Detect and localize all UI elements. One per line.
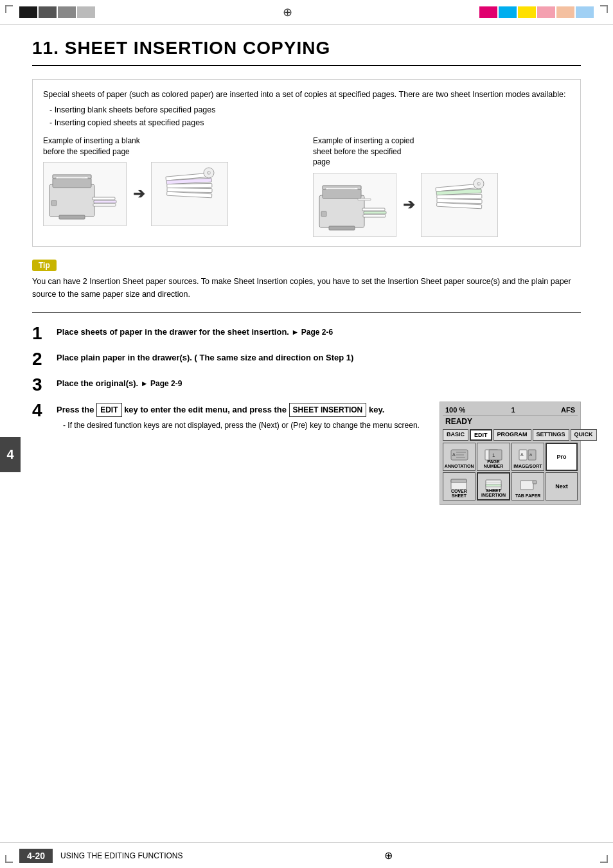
svg-rect-28 (321, 211, 326, 217)
svg-text:©: © (207, 170, 211, 176)
svg-text:1: 1 (492, 452, 495, 458)
step-1-row: 1 Place sheets of paper in the drawer fo… (32, 324, 581, 342)
ui-btn-next[interactable]: Next (546, 472, 578, 500)
color-swatch-cyan (499, 6, 517, 18)
svg-rect-20 (362, 208, 385, 211)
svg-rect-21 (364, 211, 386, 214)
compass-symbol-bottom: ⊕ (384, 849, 393, 862)
step-2-number: 2 (32, 350, 51, 368)
step-3-row: 3 Place the original(s). ► Page 2-9 (32, 376, 581, 394)
svg-rect-3 (94, 200, 116, 203)
example2-label: Example of inserting a copied sheet befo… (313, 136, 416, 168)
svg-rect-1 (53, 178, 91, 188)
step-4-ui-screenshot: 100 % 1 AFS READY BASIC EDIT PROGRAM SET… (440, 402, 581, 505)
ui-menu-basic[interactable]: BASIC (443, 429, 468, 441)
step-4-text: Press the EDIT key to enter the edit men… (57, 405, 384, 414)
tip-badge: Tip (32, 260, 57, 271)
annotation-btn-label: ANNOTATION (443, 464, 475, 468)
bottom-caption: USING THE EDITING FUNCTIONS (60, 851, 182, 860)
ui-btn-annotation[interactable]: A ANNOTATION (443, 443, 475, 471)
chapter-title: 11. SHEET INSERTION COPYING (32, 38, 581, 66)
step-1-text: Place sheets of paper in the drawer for … (57, 327, 333, 337)
step-4-sub-bullet: If the desired function keys are not dis… (63, 420, 434, 431)
svg-text:A: A (452, 452, 456, 457)
intro-text: Special sheets of paper (such as colored… (43, 89, 570, 101)
example1-label: Example of inserting a blank before the … (43, 136, 146, 157)
ui-btn-tab-paper[interactable]: TAB PAPER (511, 472, 544, 500)
step-1-content: Place sheets of paper in the drawer for … (57, 324, 581, 339)
svg-rect-50 (451, 479, 466, 483)
ui-btn-pro[interactable]: Pro (546, 443, 578, 471)
chapter-tab-number: 4 (6, 447, 13, 461)
ui-btn-page-number[interactable]: 1 PAGE NUMBER (477, 443, 510, 471)
svg-rect-56 (533, 481, 537, 484)
example2-after-image: © (421, 173, 498, 237)
svg-text:©: © (477, 181, 481, 187)
ui-button-row-2: COVER SHEET SHEET INSERTION (443, 472, 578, 500)
page-number-btn-label: PAGE NUMBER (477, 459, 509, 468)
step-4-left: Press the EDIT key to enter the edit men… (57, 402, 434, 431)
image-sort-icon: A a (518, 448, 537, 461)
step-1-page-ref: ► Page 2-6 (292, 328, 333, 337)
examples-row: Example of inserting a blank before the … (43, 136, 570, 237)
svg-rect-13 (167, 184, 212, 188)
ui-btn-image-sort[interactable]: A a IMAGE/SORT (511, 443, 544, 471)
svg-rect-4 (93, 204, 116, 206)
svg-rect-29 (358, 199, 371, 200)
example1-before-svg (46, 165, 123, 223)
header-bar: ⊕ (0, 0, 613, 25)
step-4-row: 4 Press the EDIT key to enter the edit m… (32, 402, 581, 505)
svg-rect-10 (51, 200, 57, 206)
modes-list: Inserting blank sheets before specified … (49, 103, 570, 129)
sheet-insertion-btn-label: SHEET INSERTION (478, 488, 510, 497)
color-blocks-left (19, 6, 95, 18)
svg-rect-2 (93, 197, 115, 200)
ui-percent: 100 % (445, 406, 465, 414)
example-block-2: Example of inserting a copied sheet befo… (313, 136, 570, 237)
color-swatch-black (19, 6, 37, 18)
section-divider (32, 312, 581, 313)
step-4-number: 4 (32, 402, 51, 420)
info-box: Special sheets of paper (such as colored… (32, 79, 581, 247)
example2-images: ➔ © (313, 173, 570, 237)
example2-arrow: ➔ (403, 197, 414, 213)
example2-before-svg (316, 176, 393, 234)
example2-before-image (313, 173, 396, 237)
compass-symbol-top: ⊕ (283, 5, 292, 19)
step-2-content: Place plain paper in the drawer(s). ( Th… (57, 350, 581, 364)
color-swatch-pink (537, 6, 555, 18)
step-2-text: Place plain paper in the drawer(s). ( Th… (57, 353, 353, 362)
mode-item-1: Inserting blank sheets before specified … (49, 103, 570, 116)
ui-status-bar: 100 % 1 AFS (443, 405, 578, 416)
svg-rect-52 (486, 484, 501, 486)
steps-area: 1 Place sheets of paper in the drawer fo… (32, 324, 581, 505)
mode-item-2: Inserting copied sheets at specified pag… (49, 116, 570, 129)
page-number-box: 4-20 (19, 849, 53, 863)
ui-menu-edit[interactable]: EDIT (470, 429, 492, 441)
color-swatch-magenta (479, 6, 497, 18)
example1-after-image: © (151, 162, 228, 226)
color-swatch-lightgray (77, 6, 95, 18)
ui-ready-status: READY (443, 416, 578, 427)
example2-after-svg: © (424, 176, 495, 234)
ui-menu-quick[interactable]: QUICK (571, 429, 597, 441)
svg-rect-55 (520, 481, 533, 490)
ui-menu-settings[interactable]: SETTINGS (533, 429, 569, 441)
svg-text:A: A (520, 452, 524, 457)
ui-btn-cover-sheet[interactable]: COVER SHEET (443, 472, 475, 500)
step-3-number: 3 (32, 376, 51, 394)
cover-sheet-btn-label: COVER SHEET (443, 489, 475, 498)
chapter-tab: 4 (0, 437, 21, 472)
color-swatch-gray (58, 6, 76, 18)
tip-section: Tip You can have 2 Insertion Sheet paper… (32, 260, 581, 301)
tab-paper-btn-label: TAB PAPER (512, 493, 544, 498)
tip-text: You can have 2 Insertion Sheet paper sou… (32, 275, 581, 301)
step-1-number: 1 (32, 324, 51, 342)
ui-btn-sheet-insertion[interactable]: SHEET INSERTION (477, 472, 511, 500)
color-blocks-right (479, 6, 594, 18)
step-4-content: Press the EDIT key to enter the edit men… (57, 402, 434, 431)
color-swatch-peach (556, 6, 574, 18)
svg-rect-27 (329, 226, 355, 230)
svg-rect-32 (437, 195, 482, 199)
ui-menu-program[interactable]: PROGRAM (493, 429, 531, 441)
